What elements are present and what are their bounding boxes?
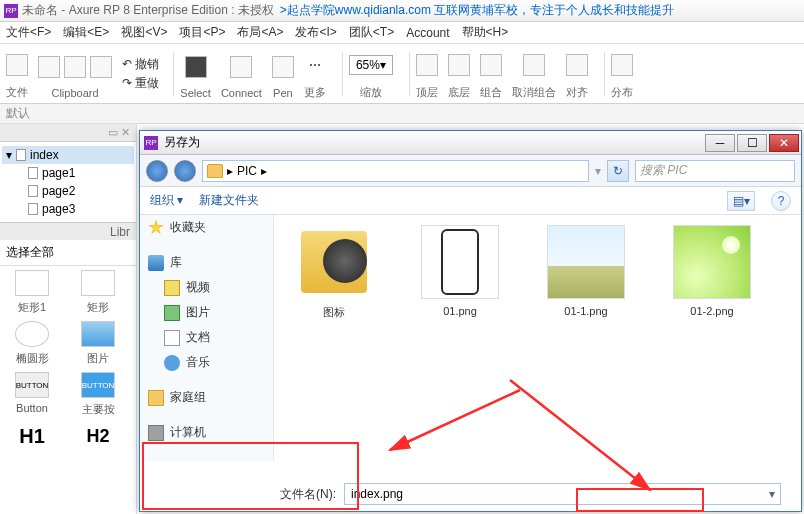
sidebar-homegroup[interactable]: 家庭组 bbox=[140, 385, 273, 410]
menu-project[interactable]: 项目<P> bbox=[179, 24, 225, 41]
page-page3[interactable]: page3 bbox=[24, 200, 134, 218]
refresh-button[interactable]: ↻ bbox=[607, 160, 629, 182]
page-page2[interactable]: page2 bbox=[24, 182, 134, 200]
sidebar-pictures[interactable]: 图片 bbox=[156, 300, 273, 325]
collapse-icon[interactable]: ▾ bbox=[6, 148, 12, 162]
sidebar-favorites[interactable]: 收藏夹 bbox=[140, 215, 273, 240]
copy-icon[interactable] bbox=[64, 56, 86, 78]
folder-icon bbox=[207, 164, 223, 178]
shape-h1[interactable]: H1 bbox=[2, 423, 62, 449]
file-list[interactable]: 图标 01.png 01-1.png 01-2.png bbox=[274, 215, 801, 461]
page-page1[interactable]: page1 bbox=[24, 164, 134, 182]
dialog-bottom: 文件名(N): ▾ bbox=[140, 483, 801, 511]
address-bar[interactable]: ▸ PIC ▸ bbox=[202, 160, 589, 182]
connect-tool-icon[interactable] bbox=[230, 56, 252, 78]
distribute-icon[interactable] bbox=[611, 54, 633, 76]
video-icon bbox=[164, 280, 180, 296]
sidebar-libraries[interactable]: 库 bbox=[140, 250, 273, 275]
style-default[interactable]: 默认 bbox=[6, 105, 30, 122]
dialog-toolbar: 组织 ▾ 新建文件夹 ▤▾ ? bbox=[140, 187, 801, 215]
align-icon[interactable] bbox=[566, 54, 588, 76]
bottom-layer-icon[interactable] bbox=[448, 54, 470, 76]
homegroup-icon bbox=[148, 390, 164, 406]
ungroup-label: 取消组合 bbox=[512, 85, 556, 100]
redo-button[interactable]: ↷ 重做 bbox=[122, 75, 159, 92]
help-button[interactable]: ? bbox=[771, 191, 791, 211]
shape-ellipse[interactable]: 椭圆形 bbox=[2, 321, 62, 366]
zoom-input[interactable]: 65% ▾ bbox=[349, 55, 393, 75]
menu-edit[interactable]: 编辑<E> bbox=[63, 24, 109, 41]
shape-image[interactable]: 图片 bbox=[68, 321, 128, 366]
sidebar-documents[interactable]: 文档 bbox=[156, 325, 273, 350]
new-file-icon[interactable] bbox=[6, 54, 28, 76]
menu-team[interactable]: 团队<T> bbox=[349, 24, 394, 41]
library-header: Libr bbox=[0, 222, 136, 240]
top-layer-icon[interactable] bbox=[416, 54, 438, 76]
zoom-label: 缩放 bbox=[360, 85, 382, 100]
menu-view[interactable]: 视图<V> bbox=[121, 24, 167, 41]
close-button[interactable]: ✕ bbox=[769, 134, 799, 152]
top-label: 顶层 bbox=[416, 85, 438, 100]
shape-primary[interactable]: BUTTON主要按 bbox=[68, 372, 128, 417]
path-segment[interactable]: PIC bbox=[237, 164, 257, 178]
page-index[interactable]: ▾ index bbox=[2, 146, 134, 164]
search-input[interactable]: 搜索 PIC bbox=[635, 160, 795, 182]
pen-tool-icon[interactable] bbox=[272, 56, 294, 78]
chevron-down-icon: ▾ bbox=[380, 58, 386, 72]
document-icon bbox=[164, 330, 180, 346]
distribute-label: 分布 bbox=[611, 85, 633, 100]
sub-toolbar: 默认 bbox=[0, 104, 804, 124]
music-icon bbox=[164, 355, 180, 371]
toolbar-clipboard-group: Clipboard bbox=[38, 49, 112, 99]
menu-publish[interactable]: 发布<I> bbox=[295, 24, 336, 41]
toolbar-clipboard-label: Clipboard bbox=[51, 87, 98, 99]
minimize-button[interactable]: ─ bbox=[705, 134, 735, 152]
dialog-sidebar: 收藏夹 库 视频 图片 文档 音乐 家庭组 计算机 bbox=[140, 215, 274, 461]
filename-input[interactable] bbox=[344, 483, 781, 505]
shape-rect1[interactable]: 矩形1 bbox=[2, 270, 62, 315]
file-item-01-1[interactable]: 01-1.png bbox=[538, 225, 634, 317]
shapes-palette: 矩形1 矩形 椭圆形 图片 BUTTONButton BUTTON主要按 H1 … bbox=[0, 266, 136, 453]
select-tool-icon[interactable] bbox=[185, 56, 207, 78]
group-icon[interactable] bbox=[480, 54, 502, 76]
file-item-01[interactable]: 01.png bbox=[412, 225, 508, 317]
menu-account[interactable]: Account bbox=[406, 26, 449, 40]
file-item-01-2[interactable]: 01-2.png bbox=[664, 225, 760, 317]
organize-menu[interactable]: 组织 ▾ bbox=[150, 192, 183, 209]
shape-button[interactable]: BUTTONButton bbox=[2, 372, 62, 417]
sidebar-music[interactable]: 音乐 bbox=[156, 350, 273, 375]
cut-icon[interactable] bbox=[38, 56, 60, 78]
page-icon bbox=[28, 167, 38, 179]
maximize-button[interactable]: ☐ bbox=[737, 134, 767, 152]
view-mode-button[interactable]: ▤▾ bbox=[727, 191, 755, 211]
dialog-title: 另存为 bbox=[164, 134, 705, 151]
nav-back-button[interactable] bbox=[146, 160, 168, 182]
file-thumbnail bbox=[547, 225, 625, 299]
promo-text: >起点学院www.qidianla.com 互联网黄埔军校，专注于个人成长和技能… bbox=[280, 2, 674, 19]
library-select-all[interactable]: 选择全部 bbox=[0, 240, 136, 266]
ungroup-icon[interactable] bbox=[523, 54, 545, 76]
more-tools-icon[interactable]: ⋯ bbox=[309, 58, 321, 72]
pages-tree: ▾ index page1 page2 page3 bbox=[0, 142, 136, 222]
page-icon bbox=[28, 185, 38, 197]
nav-forward-button[interactable] bbox=[174, 160, 196, 182]
shape-rect[interactable]: 矩形 bbox=[68, 270, 128, 315]
connect-label: Connect bbox=[221, 87, 262, 99]
sidebar-computer[interactable]: 计算机 bbox=[140, 420, 273, 445]
app-title: 未命名 - Axure RP 8 Enterprise Edition : 未授… bbox=[22, 2, 274, 19]
shape-h2[interactable]: H2 bbox=[68, 423, 128, 449]
computer-icon bbox=[148, 425, 164, 441]
filename-label: 文件名(N): bbox=[280, 486, 336, 503]
dialog-title-bar[interactable]: RP 另存为 ─ ☐ ✕ bbox=[140, 131, 801, 155]
undo-button[interactable]: ↶ 撤销 bbox=[122, 56, 159, 73]
new-folder-button[interactable]: 新建文件夹 bbox=[199, 192, 259, 209]
dialog-nav-bar: ▸ PIC ▸ ▾ ↻ 搜索 PIC bbox=[140, 155, 801, 187]
chevron-down-icon[interactable]: ▾ bbox=[769, 487, 775, 501]
sidebar-videos[interactable]: 视频 bbox=[156, 275, 273, 300]
file-item-folder[interactable]: 图标 bbox=[286, 225, 382, 320]
menu-file[interactable]: 文件<F> bbox=[6, 24, 51, 41]
menu-layout[interactable]: 布局<A> bbox=[237, 24, 283, 41]
star-icon bbox=[148, 220, 164, 236]
menu-help[interactable]: 帮助<H> bbox=[462, 24, 509, 41]
paste-icon[interactable] bbox=[90, 56, 112, 78]
